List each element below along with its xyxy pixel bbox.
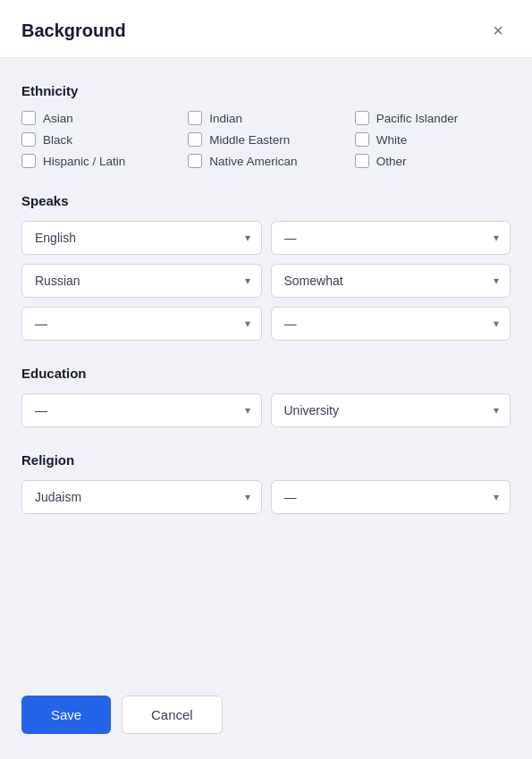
religion-primary-select[interactable]: — Christianity Islam Judaism Hinduism Bu… [22,481,261,513]
education-type-select[interactable]: — University College Community College T… [272,394,511,426]
ethnicity-other-label: Other [376,155,407,168]
ethnicity-indian-label: Indian [209,112,242,125]
religion-section: Religion — Christianity Islam Judaism Hi… [21,452,511,514]
ethnicity-white-checkbox[interactable] [355,132,369,147]
modal-header: Background × [0,0,532,58]
ethnicity-native-american-label: Native American [209,155,297,168]
save-button[interactable]: Save [21,696,111,734]
ethnicity-indian[interactable]: Indian [188,111,343,125]
ethnicity-white-label: White [376,133,408,147]
ethnicity-native-american[interactable]: Native American [188,154,343,168]
speaks-language-1-select[interactable]: — English Russian Spanish French [22,222,261,254]
ethnicity-black[interactable]: Black [21,132,177,147]
speaks-fluency-2-wrapper: — Basic Somewhat Fluent Native ▾ [271,264,511,298]
ethnicity-other-checkbox[interactable] [355,154,369,168]
religion-title: Religion [21,452,511,468]
ethnicity-asian[interactable]: Asian [21,111,177,125]
ethnicity-pacific-islander-label: Pacific Islander [376,112,459,125]
education-level-wrapper: — High School Some College Associate Bac… [21,393,262,427]
ethnicity-native-american-checkbox[interactable] [188,154,202,168]
ethnicity-middle-eastern-checkbox[interactable] [188,132,202,147]
ethnicity-title: Ethnicity [21,83,511,98]
education-grid: — High School Some College Associate Bac… [21,393,511,427]
modal-footer: Save Cancel [0,681,532,759]
modal-title: Background [21,21,126,41]
ethnicity-grid: Asian Indian Pacific Islander Black [21,111,511,168]
speaks-title: Speaks [21,193,511,208]
ethnicity-middle-eastern[interactable]: Middle Eastern [188,132,343,147]
speaks-fluency-1-select[interactable]: — Basic Somewhat Fluent Native [272,222,511,254]
close-button[interactable]: × [486,18,511,43]
speaks-fluency-1-wrapper: — Basic Somewhat Fluent Native ▾ [271,221,511,255]
ethnicity-asian-checkbox[interactable] [21,111,36,125]
religion-grid: — Christianity Islam Judaism Hinduism Bu… [21,480,511,514]
modal-body: Ethnicity Asian Indian Pacific Islander [0,58,532,681]
ethnicity-hispanic-label: Hispanic / Latin [43,155,125,168]
ethnicity-black-checkbox[interactable] [21,132,36,147]
speaks-language-3-select[interactable]: — English Russian Spanish French [22,308,261,340]
ethnicity-section: Ethnicity Asian Indian Pacific Islander [21,83,511,168]
speaks-grid: — English Russian Spanish French ▾ — Bas… [21,221,511,341]
ethnicity-indian-checkbox[interactable] [188,111,202,125]
ethnicity-pacific-islander[interactable]: Pacific Islander [355,111,511,125]
ethnicity-other[interactable]: Other [355,154,511,168]
ethnicity-white[interactable]: White [355,132,511,147]
speaks-language-1-wrapper: — English Russian Spanish French ▾ [21,221,262,255]
speaks-fluency-2-select[interactable]: — Basic Somewhat Fluent Native [272,265,511,297]
ethnicity-pacific-islander-checkbox[interactable] [355,111,369,125]
speaks-language-2-select[interactable]: — English Russian Spanish French [22,265,261,297]
religion-secondary-wrapper: — Orthodox Conservative Reform Reconstru… [271,480,511,514]
ethnicity-hispanic[interactable]: Hispanic / Latin [21,154,177,168]
speaks-language-2-wrapper: — English Russian Spanish French ▾ [21,264,262,298]
education-level-select[interactable]: — High School Some College Associate Bac… [22,394,261,426]
ethnicity-middle-eastern-label: Middle Eastern [209,133,290,147]
education-section: Education — High School Some College Ass… [21,366,511,427]
background-modal: Background × Ethnicity Asian Indian Paci… [0,0,532,759]
ethnicity-asian-label: Asian [43,112,73,125]
religion-secondary-select[interactable]: — Orthodox Conservative Reform Reconstru… [272,481,511,513]
education-title: Education [21,366,511,381]
speaks-section: Speaks — English Russian Spanish French … [21,193,511,341]
speaks-fluency-3-select[interactable]: — Basic Somewhat Fluent Native [272,308,511,340]
religion-primary-wrapper: — Christianity Islam Judaism Hinduism Bu… [21,480,262,514]
ethnicity-black-label: Black [43,133,72,147]
cancel-button[interactable]: Cancel [122,696,223,734]
education-type-wrapper: — University College Community College T… [271,393,511,427]
speaks-language-3-wrapper: — English Russian Spanish French ▾ [21,307,262,341]
ethnicity-hispanic-checkbox[interactable] [21,154,36,168]
speaks-fluency-3-wrapper: — Basic Somewhat Fluent Native ▾ [271,307,511,341]
